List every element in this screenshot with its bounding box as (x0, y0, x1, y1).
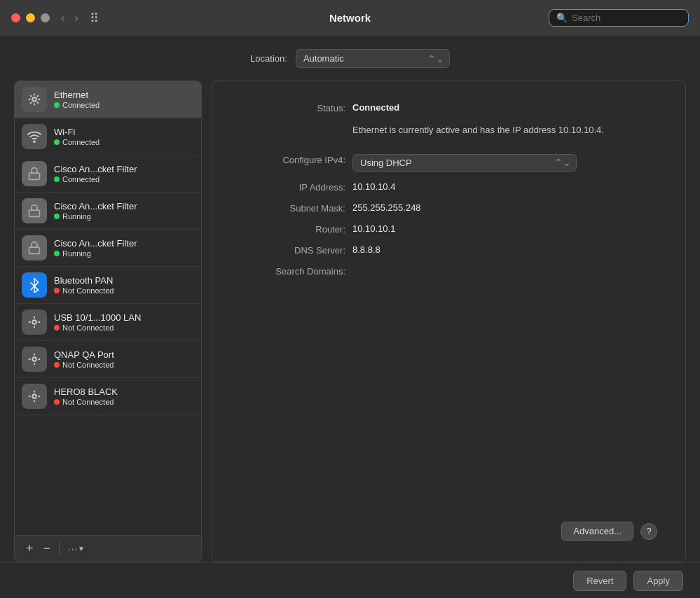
cisco1-icon (22, 161, 47, 186)
configure-ipv4-row: Configure IPv4: Using DHCP Manually Off … (240, 154, 657, 172)
usb-name: USB 10/1...1000 LAN (54, 312, 141, 323)
hero8-status-dot (54, 399, 60, 405)
bluetooth-status-dot (54, 288, 60, 293)
cisco3-name: Cisco An...cket Filter (54, 238, 137, 249)
bluetooth-name: Bluetooth PAN (54, 275, 114, 286)
sidebar-item-usb[interactable]: USB 10/1...1000 LAN Not Connected (15, 304, 201, 341)
location-bar: Location: Automatic Edit Locations... ⌃⌄ (0, 36, 700, 81)
qnap-item-text: QNAP QA Port Not Connected (54, 349, 114, 369)
minimize-button[interactable] (26, 13, 35, 22)
cisco1-status-text: Connected (62, 175, 99, 183)
ethernet-item-text: Ethernet Connected (54, 90, 99, 109)
usb-status-dot (54, 325, 60, 331)
wifi-name: Wi-Fi (54, 127, 99, 137)
ethernet-status: Connected (54, 101, 99, 109)
back-button[interactable]: ‹ (58, 11, 67, 26)
detail-actions: Advanced... ? (240, 522, 657, 541)
main-content: Ethernet Connected (0, 81, 700, 562)
sidebar-item-qnap[interactable]: QNAP QA Port Not Connected (15, 341, 201, 378)
dns-server-label: DNS Server: (240, 244, 352, 256)
configure-ipv4-label: Configure IPv4: (240, 154, 352, 165)
cisco2-item-text: Cisco An...cket Filter Running (54, 201, 137, 221)
cisco1-name: Cisco An...cket Filter (54, 164, 137, 174)
dns-server-value: 8.8.8.8 (352, 244, 380, 255)
subnet-mask-row: Subnet Mask: 255.255.255.248 (240, 202, 657, 214)
remove-network-button[interactable]: − (39, 540, 55, 557)
configure-ipv4-wrapper: Using DHCP Manually Off ⌃⌄ (352, 154, 577, 172)
forward-button[interactable]: › (71, 11, 81, 26)
close-button[interactable] (11, 13, 20, 22)
detail-spacer (240, 286, 657, 508)
location-select[interactable]: Automatic Edit Locations... (296, 49, 450, 68)
sidebar-item-cisco2[interactable]: Cisco An...cket Filter Running (15, 193, 201, 230)
cisco2-status-text: Running (62, 212, 91, 221)
more-icon: ··· (68, 543, 78, 554)
sidebar-item-bluetooth[interactable]: Bluetooth PAN Not Connected (15, 267, 201, 304)
sidebar-item-wifi[interactable]: Wi-Fi Connected (15, 118, 201, 155)
svg-rect-3 (29, 210, 40, 216)
more-options-button[interactable]: ··· ▼ (64, 542, 90, 555)
subnet-mask-label: Subnet Mask: (240, 202, 352, 214)
wifi-status-text: Connected (62, 138, 99, 146)
cisco3-status-dot (54, 251, 60, 256)
bluetooth-item-text: Bluetooth PAN Not Connected (54, 275, 114, 295)
usb-status: Not Connected (54, 324, 141, 332)
location-label: Location: (250, 53, 287, 64)
description-text: Ethernet is currently active and has the… (352, 123, 604, 137)
search-input[interactable] (572, 13, 681, 23)
window-title: Network (329, 12, 371, 24)
cisco2-status: Running (54, 212, 137, 221)
sidebar-item-ethernet[interactable]: Ethernet Connected (15, 81, 201, 118)
hero8-status: Not Connected (54, 398, 118, 406)
bluetooth-icon (22, 272, 47, 298)
svg-point-7 (32, 320, 36, 324)
cisco2-status-dot (54, 214, 60, 219)
qnap-icon (22, 347, 47, 372)
sidebar-list: Ethernet Connected (15, 81, 201, 535)
traffic-lights (11, 13, 50, 22)
status-value: Connected (352, 102, 399, 113)
cisco3-status-text: Running (62, 249, 91, 258)
cisco3-icon (22, 235, 47, 260)
bottom-bar: Revert Apply (0, 562, 700, 598)
sidebar-item-hero8[interactable]: HERO8 BLACK Not Connected (15, 378, 201, 415)
add-network-button[interactable]: + (22, 540, 38, 557)
hero8-status-text: Not Connected (62, 398, 114, 406)
svg-point-1 (34, 141, 35, 142)
svg-point-8 (32, 357, 36, 361)
router-value: 10.10.10.1 (352, 223, 395, 234)
search-icon: 🔍 (556, 13, 568, 23)
qnap-status: Not Connected (54, 361, 114, 369)
maximize-button[interactable] (41, 13, 50, 22)
svg-rect-4 (29, 247, 40, 253)
ethernet-icon (22, 87, 47, 112)
revert-button[interactable]: Revert (573, 571, 626, 591)
router-row: Router: 10.10.10.1 (240, 223, 657, 235)
grid-button[interactable]: ⠿ (90, 11, 99, 26)
ethernet-status-dot (54, 102, 60, 108)
sidebar-item-cisco3[interactable]: Cisco An...cket Filter Running (15, 230, 201, 267)
configure-ipv4-select[interactable]: Using DHCP Manually Off (352, 154, 577, 172)
cisco2-name: Cisco An...cket Filter (54, 201, 137, 211)
svg-point-0 (32, 97, 36, 102)
description-row: Ethernet is currently active and has the… (240, 123, 657, 137)
hero8-item-text: HERO8 BLACK Not Connected (54, 387, 118, 406)
usb-status-text: Not Connected (62, 324, 114, 332)
cisco1-item-text: Cisco An...cket Filter Connected (54, 164, 137, 183)
search-domains-label: Search Domains: (240, 265, 352, 277)
footer-divider (59, 542, 60, 556)
sidebar-footer: + − ··· ▼ (15, 535, 201, 562)
ip-address-label: IP Address: (240, 181, 352, 193)
advanced-button[interactable]: Advanced... (561, 522, 633, 541)
qnap-name: QNAP QA Port (54, 349, 114, 360)
help-button[interactable]: ? (640, 523, 657, 540)
usb-item-text: USB 10/1...1000 LAN Not Connected (54, 312, 141, 332)
ip-address-value: 10.10.10.4 (352, 181, 395, 192)
qnap-status-text: Not Connected (62, 361, 114, 369)
apply-button[interactable]: Apply (633, 571, 683, 591)
sidebar-item-cisco1[interactable]: Cisco An...cket Filter Connected (15, 155, 201, 193)
hero8-icon (22, 384, 47, 409)
cisco3-item-text: Cisco An...cket Filter Running (54, 238, 137, 258)
nav-arrows: ‹ › (58, 11, 81, 26)
status-label: Status: (240, 102, 352, 113)
